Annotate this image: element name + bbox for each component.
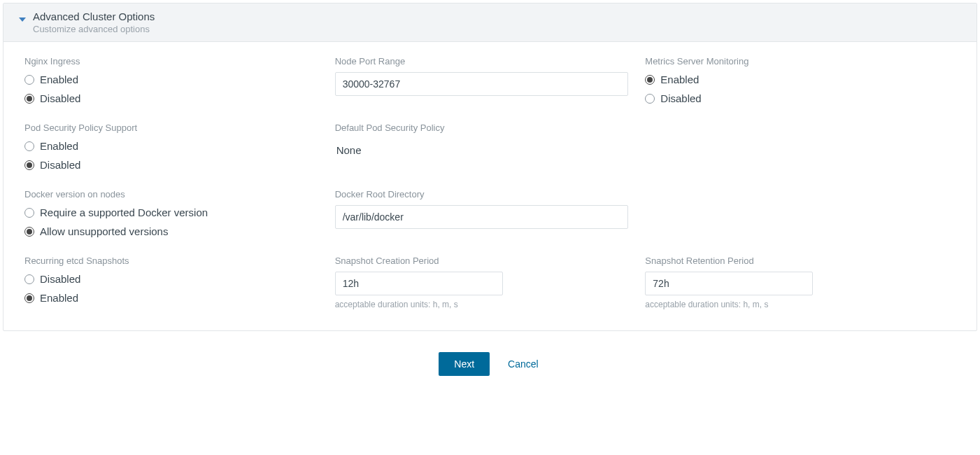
radio-icon (24, 227, 34, 237)
radio-icon (24, 160, 34, 170)
etcd-snapshots-enabled-radio[interactable]: Enabled (24, 292, 318, 304)
docker-version-allow-radio[interactable]: Allow unsupported versions (24, 225, 318, 237)
node-port-range-label: Node Port Range (335, 56, 629, 66)
radio-label: Enabled (40, 292, 78, 304)
radio-icon (645, 75, 655, 85)
nginx-ingress-disabled-radio[interactable]: Disabled (24, 92, 318, 104)
radio-label: Enabled (40, 140, 78, 152)
next-button[interactable]: Next (439, 352, 490, 376)
etcd-snapshots-disabled-radio[interactable]: Disabled (24, 273, 318, 285)
radio-label: Disabled (660, 92, 701, 104)
snapshot-retention-hint: acceptable duration units: h, m, s (645, 300, 939, 309)
radio-label: Disabled (40, 159, 80, 171)
metrics-server-label: Metrics Server Monitoring (645, 56, 939, 66)
radio-icon (24, 141, 34, 151)
panel-subtitle: Customize advanced options (33, 24, 964, 34)
docker-root-input[interactable] (335, 205, 629, 229)
pod-security-disabled-radio[interactable]: Disabled (24, 159, 318, 171)
radio-label: Disabled (40, 273, 80, 285)
docker-version-label: Docker version on nodes (24, 189, 318, 200)
default-psp-value: None (335, 139, 629, 162)
radio-icon (24, 94, 34, 104)
snapshot-retention-input[interactable] (645, 272, 813, 295)
panel-title: Advanced Cluster Options (33, 10, 964, 22)
node-port-range-input[interactable] (335, 72, 629, 96)
radio-label: Require a supported Docker version (40, 206, 208, 218)
snapshot-creation-hint: acceptable duration units: h, m, s (335, 300, 629, 309)
radio-label: Enabled (40, 74, 78, 85)
docker-root-label: Docker Root Directory (335, 189, 629, 200)
nginx-ingress-label: Nginx Ingress (24, 56, 318, 66)
radio-label: Disabled (40, 92, 80, 104)
radio-icon (24, 75, 34, 85)
snapshot-creation-input[interactable] (335, 272, 503, 295)
docker-version-require-radio[interactable]: Require a supported Docker version (24, 206, 318, 218)
radio-icon (645, 94, 655, 104)
metrics-server-disabled-radio[interactable]: Disabled (645, 92, 939, 104)
footer: Next Cancel (3, 331, 977, 383)
chevron-down-icon (19, 18, 26, 22)
radio-icon (24, 208, 34, 218)
nginx-ingress-enabled-radio[interactable]: Enabled (24, 74, 318, 85)
radio-label: Enabled (660, 74, 699, 85)
default-psp-label: Default Pod Security Policy (335, 122, 629, 133)
advanced-cluster-options-panel: Advanced Cluster Options Customize advan… (3, 3, 977, 331)
metrics-server-enabled-radio[interactable]: Enabled (645, 74, 939, 85)
etcd-snapshots-label: Recurring etcd Snapshots (24, 255, 318, 266)
panel-header[interactable]: Advanced Cluster Options Customize advan… (3, 4, 977, 42)
panel-body: Nginx Ingress Enabled Disabled Node Port… (3, 42, 977, 330)
pod-security-enabled-radio[interactable]: Enabled (24, 140, 318, 152)
snapshot-retention-label: Snapshot Retention Period (645, 255, 939, 266)
cancel-button[interactable]: Cancel (505, 352, 541, 376)
pod-security-label: Pod Security Policy Support (24, 122, 318, 133)
radio-icon (24, 293, 34, 303)
radio-label: Allow unsupported versions (40, 225, 168, 237)
snapshot-creation-label: Snapshot Creation Period (335, 255, 629, 266)
radio-icon (24, 274, 34, 284)
